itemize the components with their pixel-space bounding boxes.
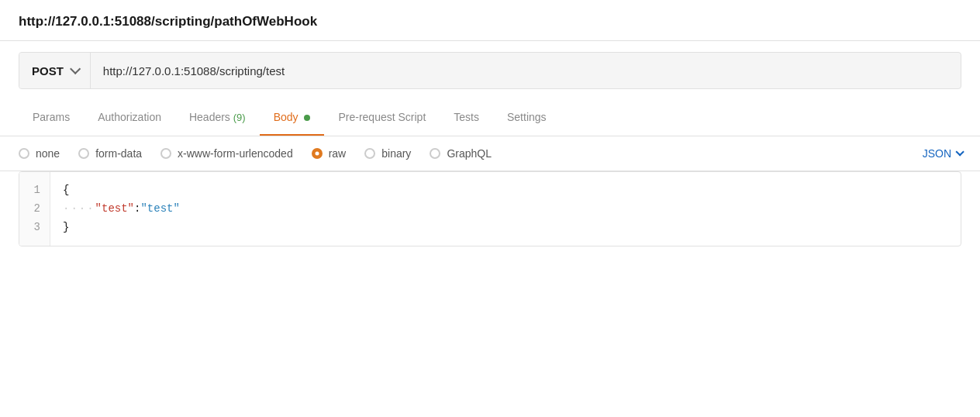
line-numbers: 1 2 3	[19, 172, 50, 246]
tab-authorization[interactable]: Authorization	[84, 100, 175, 136]
json-chevron-icon	[955, 147, 964, 156]
url-input[interactable]	[91, 53, 961, 88]
top-url-section: http://127.0.0.1:51088/scripting/pathOfW…	[0, 0, 980, 40]
tab-tests[interactable]: Tests	[440, 100, 493, 136]
code-content: 1 2 3 { ····"test":"test" }	[19, 172, 961, 246]
option-none[interactable]: none	[19, 147, 60, 160]
radio-none	[19, 148, 29, 159]
code-editor[interactable]: 1 2 3 { ····"test":"test" }	[19, 171, 961, 246]
headers-badge: (9)	[233, 112, 246, 123]
radio-raw	[312, 148, 323, 159]
radio-binary	[364, 148, 375, 159]
radio-graphql	[430, 148, 440, 159]
tab-pre-request-script[interactable]: Pre-request Script	[324, 100, 440, 136]
line-number-1: 1	[29, 181, 40, 200]
tabs-bar: Params Authorization Headers (9) Body Pr…	[0, 100, 980, 136]
line-number-2: 2	[29, 200, 40, 219]
request-bar: POST	[19, 52, 961, 89]
radio-x-www	[160, 148, 171, 159]
body-options-bar: none form-data x-www-form-urlencoded raw…	[0, 136, 980, 171]
tab-body[interactable]: Body	[260, 100, 325, 136]
option-binary[interactable]: binary	[364, 147, 411, 160]
method-selector[interactable]: POST	[19, 53, 91, 88]
code-line-1: {	[63, 181, 948, 200]
tab-params[interactable]: Params	[19, 100, 84, 136]
code-line-2: ····"test":"test"	[63, 200, 948, 219]
option-graphql[interactable]: GraphQL	[430, 147, 492, 160]
option-x-www-form-urlencoded[interactable]: x-www-form-urlencoded	[160, 147, 293, 160]
line-number-3: 3	[29, 219, 40, 237]
code-lines: { ····"test":"test" }	[50, 172, 961, 246]
option-form-data[interactable]: form-data	[78, 147, 142, 160]
json-type-dropdown[interactable]: JSON	[923, 147, 961, 160]
body-active-dot	[304, 115, 310, 121]
radio-form-data	[78, 148, 89, 159]
option-raw[interactable]: raw	[312, 147, 347, 160]
json-type-label: JSON	[923, 147, 951, 160]
webhook-url: http://127.0.0.1:51088/scripting/pathOfW…	[19, 14, 317, 29]
code-line-3: }	[63, 219, 948, 237]
tab-headers[interactable]: Headers (9)	[175, 100, 260, 136]
tab-settings[interactable]: Settings	[493, 100, 561, 136]
top-divider	[0, 40, 980, 41]
method-label: POST	[32, 64, 64, 78]
method-chevron-icon	[70, 64, 81, 74]
dot-indent: ····	[63, 202, 95, 215]
